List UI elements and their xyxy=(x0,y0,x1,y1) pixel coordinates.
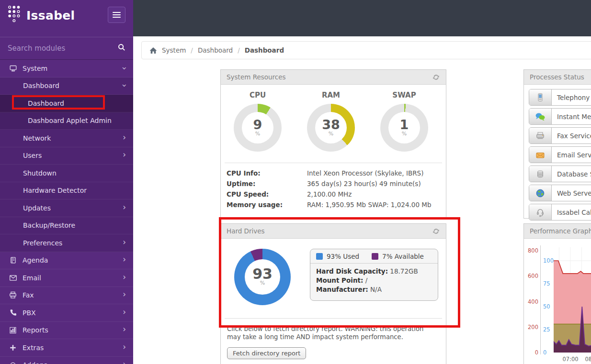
chevron-right-icon: › xyxy=(123,238,126,246)
sidebar-item-fax[interactable]: Fax› xyxy=(0,287,133,305)
refresh-icon[interactable] xyxy=(432,227,440,235)
hd-mount-point: Mount Point: / xyxy=(316,276,432,285)
svg-text:25: 25 xyxy=(543,326,550,333)
sidebar-item-system[interactable]: System› xyxy=(0,60,133,77)
svg-text:800: 800 xyxy=(528,247,538,254)
svg-text:0: 0 xyxy=(543,349,546,356)
issabel-logo[interactable]: Issabel xyxy=(8,5,75,26)
sidebar-item-shutdown[interactable]: Shutdown xyxy=(0,165,133,182)
chevron-down-icon: › xyxy=(120,84,128,88)
agenda-icon xyxy=(9,256,17,264)
system-info: CPU Info:Intel Xeon Processor (Skylake, … xyxy=(221,168,446,210)
sidebar-item-label: Shutdown xyxy=(23,169,57,177)
panel-title: Processes Status xyxy=(530,73,584,81)
sidebar-item-label: Extras xyxy=(23,344,44,352)
chevron-right-icon: › xyxy=(123,133,126,142)
refresh-icon[interactable] xyxy=(432,73,440,81)
legend-used: 93% Used xyxy=(316,253,359,260)
sidebar-item-label: Network xyxy=(23,134,51,142)
svg-text:100: 100 xyxy=(543,257,554,264)
fetch-directory-report-button[interactable]: Fetch directory report xyxy=(227,347,306,359)
search-modules-input[interactable]: Search modules xyxy=(0,37,133,60)
sidebar-toggle-button[interactable] xyxy=(108,7,125,23)
sidebar-item-label: Backup/Restore xyxy=(23,221,75,229)
breadcrumb-separator: / xyxy=(238,46,240,54)
sidebar-item-email[interactable]: Email› xyxy=(0,269,133,287)
sidebar-item-label: Dashboard xyxy=(28,99,64,107)
sidebar-item-label: System xyxy=(23,65,47,72)
ram-gauge: RAM 38% xyxy=(307,91,355,152)
svg-text:07:00: 07:00 xyxy=(562,356,578,363)
sidebar-item-hardware-detector[interactable]: Hardware Detector xyxy=(0,182,133,200)
legend-available: 7% Available xyxy=(372,253,424,260)
sidebar-item-backup-restore[interactable]: Backup/Restore xyxy=(0,217,133,235)
sidebar-item-label: PBX xyxy=(23,309,36,317)
sidebar-item-extras[interactable]: Extras› xyxy=(0,339,133,357)
instant-messaging-icon xyxy=(529,109,552,124)
chevron-right-icon: › xyxy=(123,203,126,211)
sidebar-item-label: Preferences xyxy=(23,239,62,247)
svg-text:200: 200 xyxy=(528,324,538,331)
chevron-right-icon: › xyxy=(123,360,126,364)
svg-text:0: 0 xyxy=(535,349,538,356)
sidebar-item-addons[interactable]: Addons› xyxy=(0,357,133,364)
process-item-issabel-call-center[interactable]: Issabel Call Center xyxy=(529,204,591,221)
search-icon[interactable] xyxy=(118,44,125,53)
cpu-donut-chart: 9% xyxy=(234,104,282,152)
home-icon[interactable] xyxy=(149,47,157,54)
divider xyxy=(225,163,442,163)
hd-manufacturer: Manufacturer: N/A xyxy=(316,285,432,294)
panel-title: Hard Drives xyxy=(227,227,265,235)
resource-gauges: CPU 9% RAM 38% SWAP 1% xyxy=(221,85,446,160)
process-item-fax-service[interactable]: Fax Service xyxy=(529,127,591,144)
sidebar-item-users[interactable]: Users› xyxy=(0,147,133,165)
sidebar-item-reports[interactable]: Reports› xyxy=(0,322,133,340)
process-list: Telephony ServiceInstant Messaging Servi… xyxy=(524,85,591,227)
sidebar-item-updates[interactable]: Updates› xyxy=(0,199,133,217)
hamburger-icon xyxy=(113,12,121,13)
sidebar-item-dashboard[interactable]: Dashboard xyxy=(0,95,133,112)
sidebar-item-agenda[interactable]: Agenda› xyxy=(0,252,133,270)
process-item-database-service[interactable]: Database Service xyxy=(529,165,591,182)
sidebar-item-label: Email xyxy=(23,274,41,282)
breadcrumb-current: Dashboard xyxy=(245,46,284,54)
performance-graphic-panel: Performance Graphic 80060040020001007550… xyxy=(523,223,591,364)
sidebar-item-dashboard-applet-admin[interactable]: Dashboard Applet Admin xyxy=(0,112,133,130)
sidebar-item-dashboard[interactable]: Dashboard› xyxy=(0,77,133,95)
performance-chart: 8006004002000100755025007:0008:00 xyxy=(524,239,591,364)
sidebar-item-preferences[interactable]: Preferences› xyxy=(0,234,133,252)
processes-status-panel: Processes Status Telephony ServiceInstan… xyxy=(523,69,591,219)
process-label: Database Service xyxy=(552,166,591,182)
breadcrumb-system[interactable]: System xyxy=(162,46,186,54)
process-label: Telephony Service xyxy=(552,89,591,105)
info-row-cpu-speed: CPU Speed:2,100.00 MHz xyxy=(221,189,446,199)
email-icon xyxy=(9,275,17,281)
chevron-right-icon: › xyxy=(123,290,126,298)
sidebar-item-label: Dashboard Applet Admin xyxy=(28,117,112,124)
sidebar-item-label: Reports xyxy=(23,326,48,334)
hd-capacity: Hard Disk Capacity: 18.72GB xyxy=(316,267,432,276)
sidebar-item-label: Dashboard xyxy=(23,82,59,89)
sidebar-item-label: Agenda xyxy=(23,256,48,264)
directory-report-note: Click below to fetch directory report. W… xyxy=(221,319,437,341)
top-bar xyxy=(133,0,591,36)
process-item-email-service[interactable]: Email Service xyxy=(529,146,591,163)
search-placeholder: Search modules xyxy=(8,44,118,53)
process-item-telephony-service[interactable]: Telephony Service xyxy=(529,89,591,106)
chevron-down-icon: › xyxy=(120,66,128,70)
hard-drives-panel: Hard Drives 93% 93% Used 7% Available Ha… xyxy=(220,223,446,364)
panel-title: Performance Graphic xyxy=(530,227,591,235)
sidebar-item-network[interactable]: Network› xyxy=(0,130,133,147)
email-service-icon xyxy=(529,147,552,163)
hard-drive-donut-chart: 93% xyxy=(234,249,291,305)
process-item-instant-messaging-service[interactable]: Instant Messaging Service xyxy=(529,108,591,125)
headset-icon xyxy=(529,204,552,220)
extras-icon xyxy=(9,344,17,351)
chevron-right-icon: › xyxy=(123,343,126,351)
addons-icon xyxy=(9,362,17,364)
svg-text:50: 50 xyxy=(543,303,550,310)
process-label: Issabel Call Center xyxy=(552,204,591,220)
sidebar-item-pbx[interactable]: PBX› xyxy=(0,304,133,322)
breadcrumb-dashboard[interactable]: Dashboard xyxy=(198,46,233,54)
process-item-web-server[interactable]: Web Server xyxy=(529,185,591,201)
